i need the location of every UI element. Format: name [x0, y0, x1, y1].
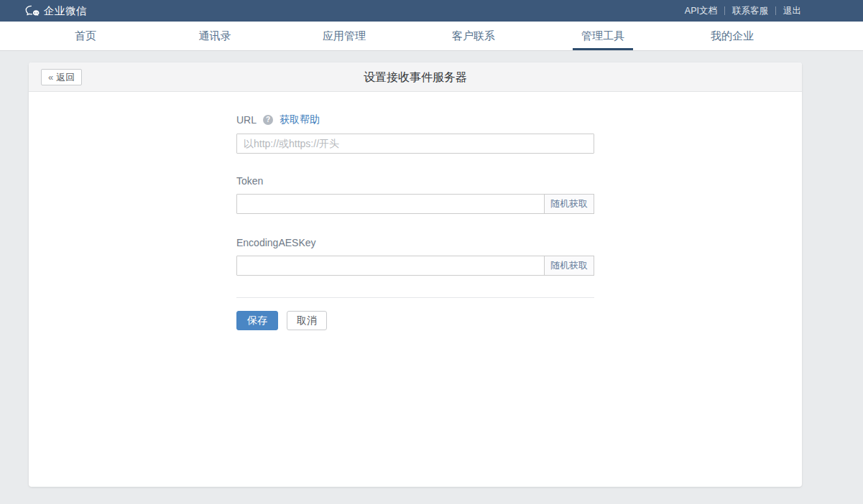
divider [236, 297, 594, 298]
main-nav-inner: 首页 通讯录 应用管理 客户联系 管理工具 我的企业 [21, 22, 797, 50]
contact-support-link[interactable]: 联系客服 [732, 5, 768, 17]
back-chevron-icon: « [48, 72, 53, 83]
aeskey-input[interactable] [236, 256, 545, 276]
url-label-row: URL ? 获取帮助 [236, 113, 594, 126]
tab-app-management[interactable]: 应用管理 [280, 22, 409, 50]
settings-card: « 返回 设置接收事件服务器 URL ? 获取帮助 Token [29, 62, 802, 487]
topbar-links: API文档 联系客服 退出 [685, 5, 801, 17]
cancel-button[interactable]: 取消 [287, 311, 327, 330]
token-field-label: Token [236, 175, 594, 187]
brand-name: 企业微信 [44, 4, 87, 18]
token-input[interactable] [236, 194, 545, 214]
top-bar: 企业微信 API文档 联系客服 退出 [0, 0, 863, 22]
aeskey-random-button[interactable]: 随机获取 [544, 256, 594, 276]
back-button-label: 返回 [56, 71, 75, 84]
api-docs-link[interactable]: API文档 [685, 5, 717, 17]
card-body: URL ? 获取帮助 Token 随机获取 EncodingA [29, 113, 802, 330]
token-input-group: 随机获取 [236, 194, 594, 214]
logout-link[interactable]: 退出 [783, 5, 801, 17]
token-random-button[interactable]: 随机获取 [544, 194, 594, 214]
wechat-work-logo-icon [25, 5, 40, 17]
url-input[interactable] [236, 134, 594, 154]
save-button[interactable]: 保存 [236, 311, 278, 330]
tab-home[interactable]: 首页 [21, 22, 150, 50]
tab-contacts[interactable]: 通讯录 [150, 22, 280, 50]
separator [775, 6, 776, 15]
page-title: 设置接收事件服务器 [29, 62, 802, 92]
token-field-group: Token 随机获取 [236, 175, 594, 214]
aeskey-input-group: 随机获取 [236, 256, 594, 276]
main-nav: 首页 通讯录 应用管理 客户联系 管理工具 我的企业 [0, 22, 863, 51]
url-field-group: URL ? 获取帮助 [236, 113, 594, 154]
url-field-label: URL [236, 114, 257, 126]
page-background: « 返回 设置接收事件服务器 URL ? 获取帮助 Token [0, 51, 863, 487]
tab-my-enterprise[interactable]: 我的企业 [668, 22, 797, 50]
tab-management-tools[interactable]: 管理工具 [538, 22, 668, 50]
server-settings-form: URL ? 获取帮助 Token 随机获取 EncodingA [236, 113, 594, 330]
get-help-link[interactable]: 获取帮助 [280, 113, 320, 126]
aeskey-field-group: EncodingAESKey 随机获取 [236, 237, 594, 276]
card-header: « 返回 设置接收事件服务器 [29, 62, 802, 92]
aeskey-field-label: EncodingAESKey [236, 237, 594, 248]
back-button[interactable]: « 返回 [41, 69, 82, 85]
tab-customer-contact[interactable]: 客户联系 [409, 22, 538, 50]
brand[interactable]: 企业微信 [25, 4, 87, 18]
help-icon[interactable]: ? [263, 115, 273, 125]
separator [724, 6, 725, 15]
form-actions: 保存 取消 [236, 311, 594, 330]
